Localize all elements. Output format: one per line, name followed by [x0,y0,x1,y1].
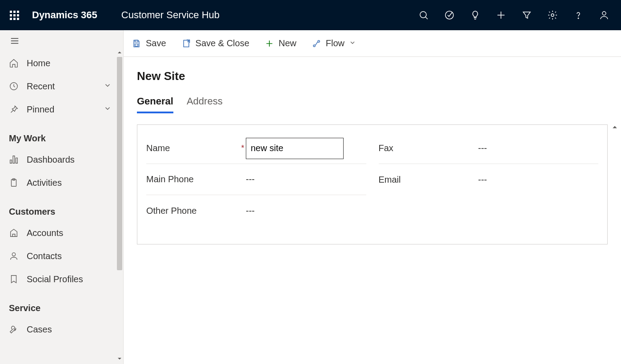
save-icon [132,39,141,48]
account-button[interactable] [594,5,614,25]
command-flow[interactable]: Flow [312,38,356,48]
gear-icon [547,10,558,20]
check-circle-icon [444,10,455,20]
save-close-icon [181,39,191,48]
sidebar-item-label: Dashboards [27,155,75,165]
command-new[interactable]: New [264,38,296,48]
sidebar-item-label: Accounts [27,228,63,238]
sidebar-item-label: Contacts [27,251,62,261]
svg-point-11 [313,44,315,46]
assistant-button[interactable] [465,5,485,25]
tab-general[interactable]: General [137,96,173,113]
clock-icon [9,81,19,91]
field-label: Name [146,143,240,153]
sidebar-toggle[interactable] [0,30,123,52]
form-tabs: General Address [137,96,608,114]
main-content: Save Save & Close New Flow New Site Gene… [124,30,621,364]
field-label: Main Phone [146,174,240,184]
command-label: Flow [326,38,345,48]
svg-point-3 [578,18,579,19]
field-row-other-phone[interactable]: Other Phone --- [146,195,366,226]
field-value: --- [478,143,599,153]
chevron-down-icon [104,81,112,92]
search-button[interactable] [414,5,433,25]
field-label: Other Phone [146,206,240,216]
app-name-label: Customer Service Hub [121,9,220,21]
command-label: New [279,38,296,48]
svg-rect-9 [135,40,138,42]
app-launcher-button[interactable] [4,0,25,30]
brand-switcher[interactable]: Dynamics 365 [32,9,104,21]
command-save-close[interactable]: Save & Close [181,38,249,48]
filter-icon [521,10,532,20]
sidebar-item-label: Activities [27,178,62,188]
brand-label: Dynamics 365 [32,9,97,21]
task-flow-button[interactable] [440,5,459,25]
svg-point-2 [551,14,554,16]
field-row-email[interactable]: Email --- [379,164,599,195]
lightbulb-icon [470,10,481,20]
sidebar-item-social-profiles[interactable]: Social Profiles [0,268,114,291]
sidebar-item-label: Home [27,58,50,68]
help-icon [573,10,584,20]
name-input[interactable] [246,138,344,159]
field-row-main-phone[interactable]: Main Phone --- [146,164,366,195]
flow-icon [312,39,321,48]
wrench-icon [9,324,19,334]
sidebar-item-dashboards[interactable]: Dashboards [0,148,114,171]
settings-button[interactable] [543,5,562,25]
field-label: Fax [379,143,472,153]
person-icon [599,10,609,20]
tab-address[interactable]: Address [187,96,223,113]
plus-icon [496,10,506,20]
field-row-fax[interactable]: Fax --- [379,133,599,164]
building-icon [9,228,19,238]
field-value: --- [246,206,366,216]
svg-rect-10 [135,44,138,46]
svg-point-12 [318,40,320,42]
pin-icon [9,104,19,114]
command-label: Save [146,38,166,48]
sidebar-item-label: Recent [27,81,55,92]
add-button[interactable] [491,5,511,25]
svg-point-8 [12,253,15,256]
hamburger-icon [10,36,20,46]
command-bar: Save Save & Close New Flow [124,30,621,57]
sidebar-item-label: Social Profiles [27,274,83,284]
svg-point-4 [602,12,606,15]
bookmark-icon [9,274,19,284]
chevron-down-icon [349,38,356,48]
field-label: Email [379,175,472,185]
chevron-down-icon [104,104,112,115]
field-value: --- [478,175,599,185]
sidebar-item-activities[interactable]: Activities [0,171,114,194]
sidebar-item-recent[interactable]: Recent [0,75,114,98]
scroll-down-arrow[interactable] [117,356,122,361]
global-nav-bar: Dynamics 365 Customer Service Hub [0,0,621,30]
waffle-icon [10,11,19,20]
dashboard-icon [9,155,19,164]
field-value: --- [246,174,366,184]
svg-point-1 [445,11,453,19]
required-indicator: * [240,144,246,153]
person-icon [9,251,19,261]
filter-button[interactable] [517,5,537,25]
content-scroll-up-arrow[interactable] [612,124,618,130]
command-save[interactable]: Save [132,38,166,48]
global-commands [414,5,617,25]
sidebar-item-accounts[interactable]: Accounts [0,221,114,244]
sidebar-group-service: Service [0,291,114,318]
sidebar-item-contacts[interactable]: Contacts [0,244,114,268]
field-row-name: Name * [146,133,366,164]
search-icon [418,10,429,20]
sidebar-group-customers: Customers [0,194,114,221]
sidebar-item-home[interactable]: Home [0,52,114,75]
sidebar-group-my-work: My Work [0,121,114,148]
help-button[interactable] [569,5,588,25]
clipboard-icon [9,178,19,188]
sidebar-item-label: Pinned [27,104,54,115]
sidebar-item-pinned[interactable]: Pinned [0,98,114,121]
plus-icon [264,39,274,48]
command-label: Save & Close [196,38,249,48]
sidebar-item-cases[interactable]: Cases [0,318,114,341]
